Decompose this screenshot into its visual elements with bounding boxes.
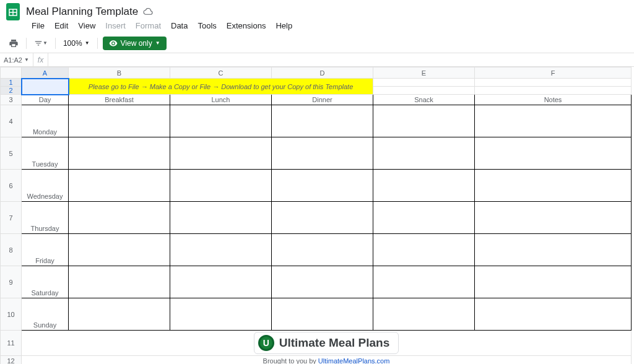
brought-link[interactable]: UltimateMealPlans.com — [318, 357, 390, 364]
cell[interactable] — [272, 202, 373, 234]
col-header-F[interactable]: F — [475, 67, 632, 79]
cell[interactable] — [272, 170, 373, 202]
menu-extensions[interactable]: Extensions — [222, 20, 271, 32]
cell[interactable] — [373, 170, 475, 202]
cell[interactable] — [475, 79, 632, 87]
view-only-label: View only — [121, 39, 152, 48]
cell[interactable] — [475, 87, 632, 95]
day-tuesday[interactable]: Tuesday — [22, 137, 69, 170]
cell[interactable] — [170, 234, 272, 266]
cell[interactable] — [170, 202, 272, 234]
col-header-D[interactable]: D — [272, 67, 373, 79]
cell[interactable] — [272, 298, 373, 331]
day-sunday[interactable]: Sunday — [22, 298, 69, 331]
row-header[interactable]: 12 — [1, 356, 22, 365]
cell[interactable] — [475, 234, 632, 266]
cell[interactable] — [272, 234, 373, 266]
formula-bar: A1:A2 ▼ fx — [0, 53, 634, 67]
cell[interactable] — [373, 298, 475, 331]
cell-A1[interactable] — [22, 79, 69, 95]
menu-tools[interactable]: Tools — [193, 20, 220, 32]
zoom-dropdown[interactable]: 100% ▼ — [61, 36, 92, 51]
menu-data[interactable]: Data — [167, 20, 192, 32]
header-dinner[interactable]: Dinner — [272, 95, 373, 105]
cell[interactable] — [475, 266, 632, 298]
filter-button[interactable]: ▼ — [32, 36, 50, 51]
cell[interactable] — [373, 202, 475, 234]
cell[interactable] — [170, 105, 272, 137]
row-header[interactable]: 7 — [1, 202, 22, 234]
row-header[interactable]: 5 — [1, 137, 22, 170]
brought-by-cell[interactable]: Brought to you by UltimateMealPlans.com — [22, 356, 632, 365]
row-header[interactable]: 10 — [1, 298, 22, 331]
row-header[interactable]: 9 — [1, 266, 22, 298]
cell[interactable] — [475, 202, 632, 234]
doc-title[interactable]: Meal Planning Template — [26, 6, 138, 18]
toolbar: ▼ 100% ▼ View only ▼ — [0, 33, 634, 53]
row-header[interactable]: 3 — [1, 95, 22, 105]
cloud-saved-icon[interactable] — [143, 7, 153, 17]
col-header-B[interactable]: B — [69, 67, 170, 79]
col-header-A[interactable]: A — [22, 67, 69, 79]
cell[interactable] — [69, 202, 170, 234]
day-friday[interactable]: Friday — [22, 234, 69, 266]
cell[interactable] — [272, 105, 373, 137]
ultimate-meal-plans-logo: U Ultimate Meal Plans — [254, 332, 399, 354]
cell[interactable] — [69, 266, 170, 298]
day-thursday[interactable]: Thursday — [22, 202, 69, 234]
day-wednesday[interactable]: Wednesday — [22, 170, 69, 202]
cell[interactable] — [373, 79, 475, 87]
cell[interactable] — [69, 170, 170, 202]
select-all-corner[interactable] — [1, 67, 22, 79]
cell[interactable] — [373, 234, 475, 266]
cell[interactable] — [69, 234, 170, 266]
cell[interactable] — [475, 170, 632, 202]
row-header[interactable]: 2 — [1, 87, 22, 95]
row-header[interactable]: 1 — [1, 79, 22, 87]
header-notes[interactable]: Notes — [475, 95, 632, 105]
cell[interactable] — [170, 137, 272, 170]
cell[interactable] — [373, 105, 475, 137]
cell[interactable] — [272, 137, 373, 170]
cell[interactable] — [272, 266, 373, 298]
header-lunch[interactable]: Lunch — [170, 95, 272, 105]
sheets-doc-icon[interactable] — [6, 3, 20, 20]
row-header[interactable]: 4 — [1, 105, 22, 137]
cell[interactable] — [373, 87, 475, 95]
cell[interactable] — [373, 137, 475, 170]
row-header[interactable]: 11 — [1, 331, 22, 356]
menu-view[interactable]: View — [74, 20, 100, 32]
cell[interactable] — [475, 298, 632, 331]
print-button[interactable] — [6, 36, 21, 51]
day-saturday[interactable]: Saturday — [22, 266, 69, 298]
cell[interactable] — [170, 170, 272, 202]
row-header[interactable]: 8 — [1, 234, 22, 266]
col-header-C[interactable]: C — [170, 67, 272, 79]
toolbar-separator — [26, 38, 27, 49]
menu-edit[interactable]: Edit — [50, 20, 72, 32]
header-breakfast[interactable]: Breakfast — [69, 95, 170, 105]
chevron-down-icon: ▼ — [155, 40, 160, 46]
spreadsheet-grid[interactable]: A B C D E F 1 Please go to File → Make a… — [0, 67, 634, 364]
name-box[interactable]: A1:A2 ▼ — [0, 53, 33, 66]
cell[interactable] — [69, 105, 170, 137]
cell[interactable] — [170, 266, 272, 298]
cell[interactable] — [69, 137, 170, 170]
chevron-down-icon: ▼ — [43, 40, 48, 46]
cell[interactable] — [373, 266, 475, 298]
cell[interactable] — [475, 137, 632, 170]
banner-cell[interactable]: Please go to File → Make a Copy or File … — [69, 79, 373, 95]
view-only-button[interactable]: View only ▼ — [103, 37, 167, 50]
menu-help[interactable]: Help — [271, 20, 297, 32]
cell[interactable] — [475, 105, 632, 137]
logo-cell[interactable]: U Ultimate Meal Plans — [22, 331, 632, 356]
col-header-E[interactable]: E — [373, 67, 475, 79]
day-monday[interactable]: Monday — [22, 105, 69, 137]
cell[interactable] — [69, 298, 170, 331]
menu-file[interactable]: File — [27, 20, 49, 32]
header-snack[interactable]: Snack — [373, 95, 475, 105]
row-header[interactable]: 6 — [1, 170, 22, 202]
cell[interactable] — [170, 298, 272, 331]
header-day[interactable]: Day — [22, 95, 69, 105]
formula-input[interactable] — [48, 53, 634, 66]
